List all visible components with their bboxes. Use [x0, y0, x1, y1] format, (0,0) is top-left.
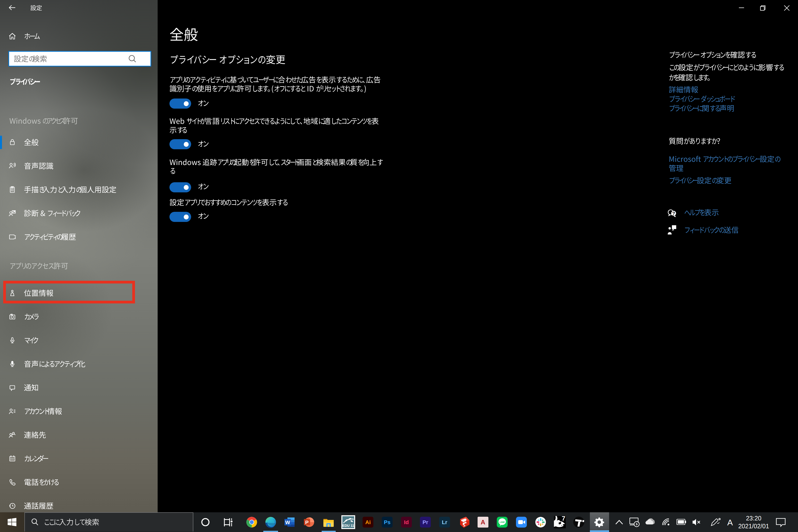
- svg-text:?: ?: [672, 211, 675, 216]
